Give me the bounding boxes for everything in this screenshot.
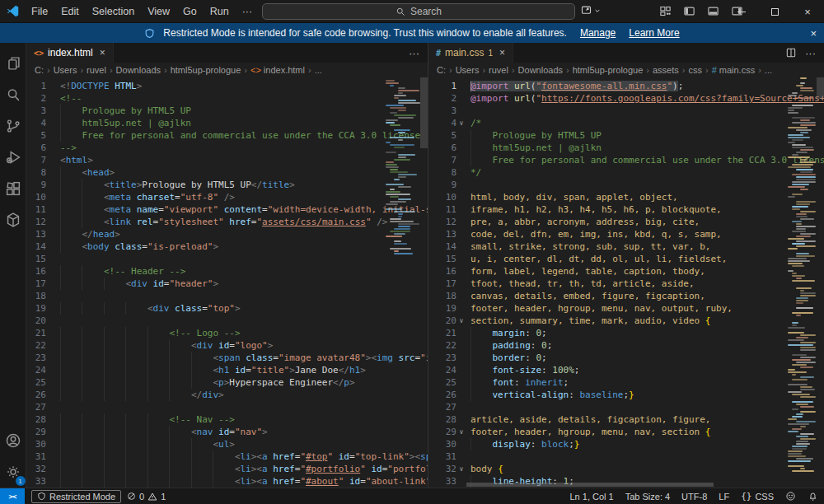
code-line: 23<span class="image avatar48"><img src=… (26, 352, 428, 364)
menu-[interactable]: ··· (236, 3, 260, 20)
tab-index-html[interactable]: <> index.html × (26, 43, 114, 63)
banner-close-icon[interactable]: × (810, 27, 817, 40)
code-line: 26vertical-align: baseline;} (428, 389, 824, 401)
status-bar: >< Restricted Mode 0 1 Ln 1, Col 1 Tab S… (0, 488, 824, 504)
activity-remote-explorer-icon[interactable] (0, 204, 26, 236)
status-problems[interactable]: 0 1 (121, 488, 171, 504)
remote-indicator[interactable]: >< (0, 488, 25, 504)
breadcrumb-item[interactable]: C: (35, 65, 44, 75)
search-placeholder: Search (410, 6, 442, 17)
search-input[interactable]: Search (262, 3, 575, 20)
status-cursor-position[interactable]: Ln 1, Col 1 (564, 488, 619, 504)
activity-run-debug-icon[interactable] (0, 142, 26, 173)
code-line: 13code, del, dfn, em, img, ins, kbd, q, … (428, 228, 824, 240)
breadcrumb-item[interactable]: Users (456, 65, 480, 75)
fold-icon[interactable]: ∨ (456, 426, 466, 438)
code-line: 20 (26, 315, 428, 327)
breadcrumb-item[interactable]: ... (765, 65, 772, 75)
code-line: 7<html> (26, 154, 428, 166)
bell-icon[interactable] (802, 488, 824, 504)
scrollbar[interactable] (420, 77, 428, 148)
breadcrumb-item[interactable]: css (688, 65, 702, 75)
editor-group-right: # main.css 1 × ··· C:›Users›ruvel›Downlo… (428, 43, 824, 488)
chevron-right-icon: › (308, 65, 311, 75)
breadcrumb-item[interactable]: ... (315, 65, 322, 75)
activity-explorer-icon[interactable] (0, 48, 26, 79)
menu-go[interactable]: Go (176, 3, 204, 20)
menu-view[interactable]: View (141, 3, 176, 20)
tab-close-icon[interactable]: × (100, 47, 105, 58)
breadcrumb-item[interactable]: ruvel (489, 65, 508, 75)
fold-icon[interactable]: ∨ (456, 117, 466, 129)
activity-extensions-icon[interactable] (0, 173, 26, 204)
activity-source-control-icon[interactable] (0, 110, 26, 142)
code-line: 1<!DOCTYPE HTML> (26, 80, 428, 92)
code-line: 25<p>Hyperspace Engineer</p> (26, 376, 428, 389)
toggle-sidebar-icon[interactable] (683, 5, 695, 17)
menu-selection[interactable]: Selection (86, 3, 141, 20)
banner-manage-link[interactable]: Manage (580, 27, 616, 39)
code-line: 9<title>Prologue by HTML5 UP</title> (26, 179, 428, 191)
breadcrumb-item[interactable]: Downloads (518, 65, 563, 75)
code-line: 24<h1 id="title">Jane Doe</h1> (26, 364, 428, 376)
tab-label: index.html (48, 47, 93, 58)
chevron-right-icon: › (705, 65, 709, 75)
horizontal-scrollbar[interactable] (466, 483, 714, 487)
banner-learn-more-link[interactable]: Learn More (629, 27, 679, 39)
code-line: 27 (26, 401, 428, 413)
status-eol[interactable]: LF (713, 488, 735, 504)
window-maximize-button[interactable] (758, 0, 791, 23)
code-line: 4html5up.net | @ajlkn (26, 117, 428, 129)
activity-settings-icon[interactable]: 1 (0, 456, 26, 488)
code-line: 3 (428, 105, 824, 117)
error-icon (127, 492, 136, 501)
feedback-icon[interactable] (780, 488, 802, 504)
customize-layout-icon[interactable] (659, 5, 672, 17)
code-line: 17tfoot, thead, tr, th, td, article, asi… (428, 278, 824, 290)
activity-accounts-icon[interactable] (0, 425, 26, 456)
chevron-right-icon: › (110, 65, 113, 75)
fold-icon[interactable]: ∨ (456, 315, 466, 327)
chevron-right-icon: › (80, 65, 83, 75)
split-editor-icon[interactable] (785, 47, 797, 58)
scrollbar[interactable] (817, 77, 824, 99)
status-encoding[interactable]: UTF-8 (676, 488, 713, 504)
activity-search-icon[interactable] (0, 79, 26, 110)
editor-actions-more-icon[interactable]: ··· (409, 47, 419, 59)
settings-badge: 1 (16, 476, 26, 486)
window-minimize-button[interactable] (725, 0, 758, 23)
status-restricted-mode[interactable]: Restricted Mode (31, 490, 121, 503)
editor-actions-more-icon[interactable]: ··· (805, 47, 816, 59)
copilot-icon[interactable] (580, 4, 601, 16)
minimap[interactable] (384, 77, 420, 257)
tab-main-css[interactable]: # main.css 1 × (428, 43, 513, 63)
breadcrumb-item[interactable]: Downloads (116, 65, 161, 75)
tab-close-icon[interactable]: × (499, 47, 505, 58)
chevron-right-icon: › (758, 65, 761, 75)
breadcrumb-item[interactable]: assets (653, 65, 679, 75)
breadcrumb-item[interactable]: C: (437, 65, 446, 75)
window-close-button[interactable]: × (791, 0, 824, 23)
banner-text: Restricted Mode is intended for safe cod… (163, 27, 567, 39)
status-language[interactable]: {}CSS (735, 488, 780, 504)
toggle-panel-icon[interactable] (707, 5, 719, 17)
breadcrumb-item[interactable]: Users (54, 65, 77, 75)
menu-run[interactable]: Run (204, 3, 236, 20)
status-tab-size[interactable]: Tab Size: 4 (620, 488, 676, 504)
breadcrumb-item[interactable]: #main.css (712, 65, 756, 75)
breadcrumb-item[interactable]: ruvel (87, 65, 106, 75)
breadcrumb-item[interactable]: <>index.html (250, 65, 305, 75)
chevron-right-icon: › (47, 65, 50, 75)
code-editor-index-html[interactable]: 1<!DOCTYPE HTML>2<!--3Prologue by HTML5 … (26, 77, 428, 488)
chevron-right-icon: › (164, 65, 167, 75)
menu-edit[interactable]: Edit (54, 3, 86, 20)
tab-label: main.css (445, 47, 484, 58)
code-editor-main-css[interactable]: 1@import url("fontawesome-all.min.css");… (428, 77, 824, 488)
menu-file[interactable]: File (25, 3, 54, 20)
breadcrumb-item[interactable]: html5up-prologue (573, 65, 644, 75)
breadcrumb-item[interactable]: html5up-prologue (171, 65, 241, 75)
chevron-right-icon: › (482, 65, 485, 75)
minimap[interactable] (786, 77, 816, 477)
fold-icon[interactable]: ∨ (456, 463, 466, 475)
code-line: 24font-size: 100%; (428, 364, 824, 376)
